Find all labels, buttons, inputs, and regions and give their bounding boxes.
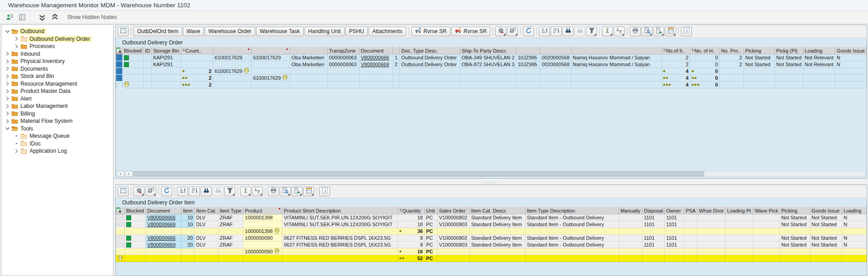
column-header-unit[interactable]: Unit [424, 207, 437, 214]
hscroll-track[interactable] [133, 171, 866, 177]
tree-item-physical-inventory[interactable]: Physical Inventory [1, 58, 113, 65]
column-header-document[interactable]: Document [146, 207, 182, 214]
row-select-cell[interactable] [116, 214, 125, 221]
column-header-loading[interactable]: Loading [803, 47, 835, 54]
resource-icon-button[interactable] [507, 27, 518, 36]
tree-item-label[interactable]: Alert [19, 96, 34, 102]
subtotal-printer-icon[interactable] [282, 75, 288, 81]
subtotal-printer-icon[interactable] [124, 82, 129, 87]
column-header-no-pro-[interactable]: No. Pro.. [720, 47, 744, 54]
tree-expander-icon[interactable] [4, 59, 10, 63]
tree-item-label[interactable]: Inbound [19, 51, 42, 57]
column-header-pickg-pl-[interactable]: Pickg (Pl) [774, 47, 803, 54]
warehouse-task-button[interactable]: Warehouse Task [256, 27, 304, 36]
outbdelord-item-button[interactable]: OutbDelOrd Item [133, 27, 182, 36]
row-select-cell[interactable] [116, 61, 123, 68]
column-header-sales-order[interactable]: Sales Order [437, 207, 469, 214]
row-select-cell[interactable] [116, 242, 125, 248]
row-select-cell[interactable] [116, 75, 123, 82]
column-header-psa[interactable]: PSA [684, 207, 697, 214]
find-icon-button[interactable] [562, 27, 573, 36]
tree-item-idoc[interactable]: •IDoc [1, 140, 113, 148]
column-header-picking[interactable]: Picking [779, 207, 810, 214]
tree-expander-icon[interactable] [4, 29, 10, 34]
subtotal-icon-button[interactable]: ΣΣ [252, 187, 263, 196]
column-header-item-type-description[interactable]: Item Type Description [525, 207, 619, 214]
tree-bullet[interactable]: • [13, 141, 20, 146]
tree-item-label[interactable]: Outbound Delivery Order [28, 36, 92, 42]
tree-item-processes[interactable]: Processes [1, 43, 113, 50]
info-icon-button[interactable]: i [319, 187, 330, 196]
print-icon-button[interactable] [268, 187, 279, 196]
tree-bullet[interactable]: • [13, 134, 20, 138]
column-header-item-type[interactable]: Item Type [218, 207, 243, 214]
tree-item-alert[interactable]: Alert [1, 95, 113, 103]
column-header-ship-to-party-descr-[interactable]: Ship-To Party Descr. [460, 47, 516, 54]
tree-item-label[interactable]: Resource Management [19, 81, 79, 87]
cell[interactable]: V800000669 [146, 221, 182, 228]
tree-expander-icon[interactable] [4, 52, 10, 56]
find-icon-button[interactable] [201, 187, 212, 196]
column-header-blocked[interactable]: Blocked [123, 47, 143, 54]
tree-item-label[interactable]: Documents [19, 66, 50, 72]
document-link[interactable]: V800000669 [147, 242, 175, 247]
column-header-loading-pt[interactable]: Loading Pt [725, 207, 753, 214]
tree-item-inbound[interactable]: Inbound [1, 50, 113, 58]
tree-item-documents[interactable]: Documents [1, 65, 113, 73]
refresh-icon-button[interactable] [523, 27, 534, 36]
layout-icon-button[interactable] [303, 187, 314, 196]
tree-expander-icon[interactable] [13, 44, 20, 48]
column-header[interactable]: ▲ [213, 47, 252, 54]
column-header-storage-bin[interactable]: Storage Bin [152, 47, 181, 54]
column-header[interactable]: ▲ [252, 47, 290, 54]
tree-expander-icon[interactable] [4, 119, 10, 123]
tree-item-label[interactable]: Product Master Data [19, 88, 72, 94]
sort-asc-icon-button[interactable] [177, 187, 188, 196]
find-next-icon-button[interactable] [574, 27, 585, 36]
hscroll-right-button[interactable]: › [125, 171, 133, 177]
document-link[interactable]: V800000669 [147, 222, 175, 227]
tree-item-label[interactable]: Application Log [28, 148, 69, 154]
tree-expander-icon[interactable] [13, 149, 20, 153]
sort-asc-icon-button[interactable] [539, 27, 550, 36]
document-link[interactable]: V800000666 [147, 215, 175, 220]
splitter-grip[interactable]: ....... [483, 180, 498, 183]
column-header-manually[interactable]: Manually [619, 207, 642, 214]
tree-item-application-log[interactable]: Application Log [1, 147, 113, 155]
column-header-wave-pick[interactable]: Wave Pick [753, 207, 780, 214]
column-header-owner[interactable]: Owner [665, 207, 684, 214]
document-link[interactable]: V800000669 [361, 62, 389, 67]
find-next-icon-button[interactable] [212, 187, 223, 196]
column-header-disposal[interactable]: Disposal [642, 207, 665, 214]
column-header-no-of-it-[interactable]: ΣNo.of It.. [662, 47, 690, 54]
column-header-item-cat-[interactable]: Item Cat. [194, 207, 218, 214]
tree-item-material-flow-system[interactable]: Material Flow System [1, 117, 113, 125]
tree-item-label[interactable]: Physical Inventory [19, 58, 66, 64]
row-select-cell[interactable] [116, 235, 125, 242]
column-header-loading[interactable]: Loading [842, 207, 867, 214]
column-header-id[interactable]: ID [143, 47, 152, 54]
subtotal-printer-icon[interactable] [118, 255, 123, 261]
attachments-button[interactable]: Attachments [369, 27, 406, 36]
document-link[interactable]: V800000666 [147, 235, 175, 241]
tree-expander-icon[interactable] [4, 126, 10, 131]
select-all-icon[interactable] [116, 207, 122, 213]
resource-icon-button[interactable] [145, 187, 156, 196]
tree-expander-icon[interactable] [4, 89, 10, 93]
column-header[interactable] [290, 47, 327, 54]
column-header-document[interactable]: Document [359, 47, 393, 54]
tree-item-label[interactable]: Labor Management [19, 103, 69, 109]
info-icon-button[interactable]: i [681, 27, 692, 36]
subtotal-printer-icon[interactable] [274, 248, 280, 255]
document-link[interactable]: V800000666 [361, 55, 389, 60]
tree-expander-icon[interactable] [13, 37, 20, 41]
refresh-icon-button[interactable] [161, 187, 172, 196]
select-all-icon[interactable] [116, 47, 122, 53]
cell[interactable]: V800000666 [359, 54, 393, 61]
layout-icon-button[interactable] [665, 27, 676, 36]
tree-item-label[interactable]: Processes [28, 43, 57, 49]
row-select-cell[interactable] [116, 255, 125, 262]
tree-expander-icon[interactable] [4, 67, 10, 71]
tree-expander-icon[interactable] [4, 111, 10, 116]
column-header-goods-issue[interactable]: Goods Issue [810, 207, 842, 214]
